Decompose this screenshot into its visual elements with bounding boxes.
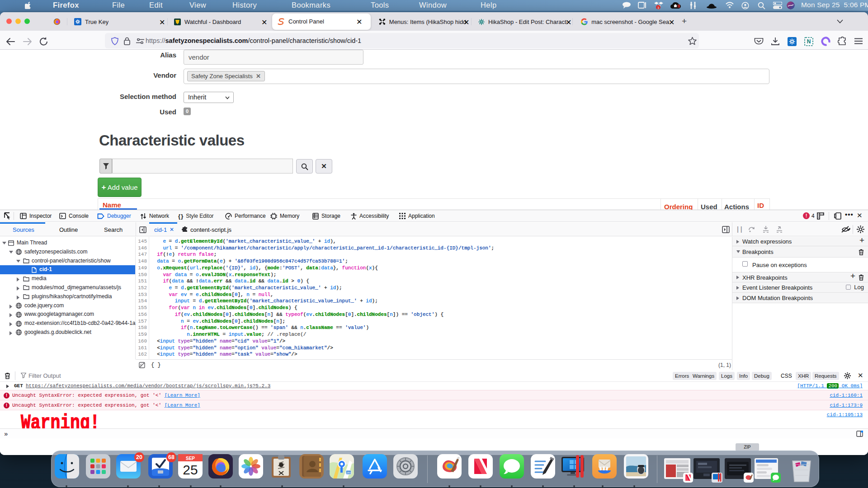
svg-text:280: 280 bbox=[346, 471, 351, 474]
svg-text:SEP: SEP bbox=[186, 456, 195, 461]
svg-text:3: 3 bbox=[657, 6, 660, 10]
svg-text:N: N bbox=[807, 38, 811, 45]
svg-text:25: 25 bbox=[183, 462, 198, 477]
